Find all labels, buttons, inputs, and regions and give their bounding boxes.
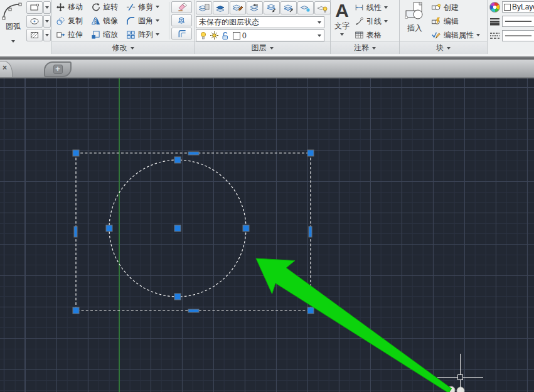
offset-icon bbox=[177, 29, 187, 38]
panel-label-block[interactable]: 块 bbox=[400, 41, 487, 54]
layer-previous-button[interactable] bbox=[247, 1, 263, 14]
insert-block-button[interactable]: 插入 bbox=[403, 1, 427, 34]
button-label: 旋转 bbox=[103, 2, 118, 13]
grip-rect-rightmid[interactable] bbox=[309, 226, 312, 237]
panel-properties: ByLayer bbox=[488, 0, 534, 54]
move-button[interactable]: 移动 bbox=[56, 2, 91, 13]
grip-rect-leftmid[interactable] bbox=[74, 226, 77, 237]
grip-rect-bottomright[interactable] bbox=[307, 307, 314, 314]
edit-block-button[interactable]: 编辑 bbox=[431, 14, 486, 28]
layer-state-dropdown[interactable]: 未保存的图层状态 bbox=[196, 16, 324, 28]
copy-button[interactable]: 复制 bbox=[56, 16, 91, 26]
fillet-button[interactable]: 圆角 bbox=[126, 16, 170, 26]
layer-freeze-button[interactable] bbox=[297, 1, 314, 14]
edit-attrib-button[interactable]: 编辑属性 bbox=[431, 28, 486, 42]
layer-current-button[interactable] bbox=[213, 1, 229, 14]
erase-button[interactable] bbox=[171, 1, 192, 13]
leader-button[interactable]: 引线 bbox=[355, 14, 398, 28]
layer-dropdown[interactable]: 0 bbox=[196, 29, 324, 41]
linear-dim-icon bbox=[355, 3, 364, 12]
hatch-tool-button[interactable] bbox=[26, 29, 43, 41]
button-label: 圆角 bbox=[138, 16, 153, 26]
panel-label-text: 块 bbox=[436, 43, 444, 53]
button-label: 拉伸 bbox=[68, 29, 83, 40]
array-button[interactable]: 阵列 bbox=[126, 29, 170, 40]
linetype-preview bbox=[504, 33, 533, 39]
button-label: 镜像 bbox=[103, 16, 118, 26]
callout-arrow bbox=[256, 258, 452, 392]
linear-dim-button[interactable]: 线性 bbox=[355, 1, 398, 14]
layer-lock-button[interactable] bbox=[314, 1, 331, 14]
grip-circle-right[interactable] bbox=[243, 225, 249, 231]
layer-isolate-button[interactable] bbox=[264, 1, 280, 14]
panel-label-text: 注释 bbox=[354, 43, 369, 53]
layer-previous-icon bbox=[249, 3, 260, 13]
ellipse-tool-button[interactable] bbox=[26, 15, 43, 28]
leader-caret-icon[interactable] bbox=[384, 20, 388, 23]
trim-caret-icon[interactable] bbox=[156, 6, 159, 8]
linetype-icon[interactable] bbox=[489, 31, 500, 40]
layer-match-button[interactable] bbox=[230, 1, 246, 14]
layer-properties-button[interactable] bbox=[196, 1, 212, 14]
linear-dim-caret-icon[interactable] bbox=[384, 6, 388, 9]
panel-caret-icon bbox=[270, 47, 274, 50]
grip-rect-topleft[interactable] bbox=[73, 150, 79, 156]
hatch-tool-caret[interactable] bbox=[43, 29, 51, 41]
rectangle-tool-caret[interactable] bbox=[43, 1, 51, 14]
rectangle-tool-button[interactable] bbox=[26, 1, 43, 14]
fillet-icon bbox=[126, 16, 136, 26]
text-caret-icon[interactable] bbox=[340, 33, 344, 36]
text-button[interactable]: A 文字 bbox=[332, 1, 352, 36]
button-label: 修剪 bbox=[138, 2, 153, 13]
edit-attrib-icon bbox=[431, 31, 441, 40]
grip-rect-bottomleft[interactable] bbox=[73, 307, 79, 314]
color-wheel-icon[interactable] bbox=[489, 2, 500, 13]
offset-button[interactable] bbox=[171, 28, 192, 40]
layer-lock-icon bbox=[317, 3, 328, 13]
grip-rect-topmid[interactable] bbox=[188, 152, 199, 155]
sun-icon[interactable] bbox=[210, 31, 219, 40]
drawing-file-tab[interactable]: × bbox=[0, 61, 13, 77]
edit-attrib-caret-icon[interactable] bbox=[476, 34, 480, 36]
mirror-button[interactable]: 镜像 bbox=[91, 16, 126, 26]
lineweight-icon[interactable] bbox=[489, 17, 500, 26]
panel-label-layers[interactable]: 图层 bbox=[195, 41, 330, 54]
fillet-caret-icon[interactable] bbox=[156, 19, 159, 22]
stretch-button[interactable]: 拉伸 bbox=[56, 29, 91, 40]
grip-circle-bottom[interactable] bbox=[174, 294, 181, 300]
lightbulb-icon[interactable] bbox=[199, 31, 208, 40]
ellipse-tool-caret[interactable] bbox=[43, 15, 51, 28]
lineweight-dropdown[interactable] bbox=[502, 16, 534, 27]
arc-caret-icon[interactable] bbox=[11, 40, 15, 43]
linetype-dropdown[interactable] bbox=[502, 30, 534, 41]
panel-layers: 未保存的图层状态 0 图层 bbox=[195, 0, 331, 54]
panel-label-text: 图层 bbox=[252, 43, 267, 53]
trim-button[interactable]: 修剪 bbox=[126, 2, 170, 13]
grip-circle-center[interactable] bbox=[174, 225, 181, 231]
edit-block-icon bbox=[431, 17, 441, 26]
panel-modify: 移动 旋转 修剪 复制 bbox=[52, 0, 195, 54]
new-tab-button[interactable]: + bbox=[44, 61, 72, 77]
panel-label-annotate[interactable]: 注释 bbox=[331, 41, 399, 54]
panel-label-modify[interactable]: 修改 bbox=[52, 41, 194, 54]
unlock-icon[interactable] bbox=[221, 31, 231, 40]
button-label: 移动 bbox=[68, 2, 83, 13]
close-tab-icon[interactable]: × bbox=[3, 63, 7, 72]
grip-circle-top[interactable] bbox=[174, 157, 181, 163]
layer-color-swatch[interactable] bbox=[233, 32, 240, 40]
grip-circle-left[interactable] bbox=[106, 225, 112, 231]
rotate-button[interactable]: 旋转 bbox=[91, 2, 126, 13]
scale-button[interactable]: 缩放 bbox=[91, 29, 126, 40]
object-color-dropdown[interactable]: ByLayer bbox=[502, 1, 534, 13]
arc-button[interactable]: 圆弧 bbox=[1, 1, 25, 45]
array-caret-icon[interactable] bbox=[156, 33, 159, 36]
grip-rect-bottommid[interactable] bbox=[188, 309, 199, 312]
text-button-label: 文字 bbox=[334, 21, 350, 31]
grip-rect-topright[interactable] bbox=[307, 150, 314, 156]
create-block-button[interactable]: 创建 bbox=[431, 1, 486, 14]
layer-unisolate-button[interactable] bbox=[280, 1, 297, 14]
explode-button[interactable] bbox=[171, 14, 192, 26]
circle-grips[interactable] bbox=[106, 157, 249, 300]
drawing-canvas[interactable] bbox=[0, 78, 534, 392]
table-button[interactable]: 表格 bbox=[355, 28, 398, 42]
